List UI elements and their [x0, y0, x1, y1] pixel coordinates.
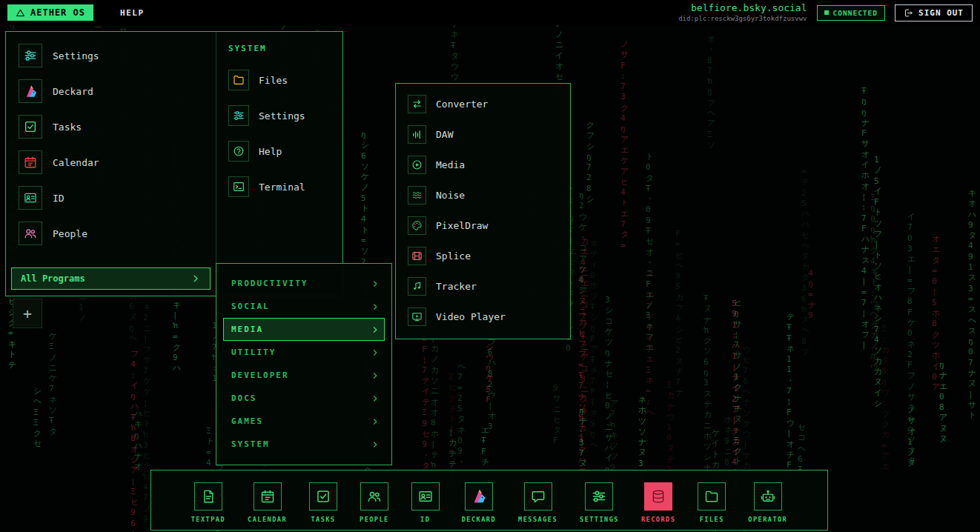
dock-item-textpad[interactable]: TEXTPAD	[191, 482, 225, 523]
start-item-id[interactable]: ID	[11, 180, 211, 216]
textpad-icon	[194, 482, 222, 511]
dock-item-messages[interactable]: MESSAGES	[518, 482, 557, 523]
category-games[interactable]: GAMES	[223, 410, 385, 433]
robot-icon	[754, 482, 782, 511]
start-item-deckard[interactable]: Deckard	[11, 73, 211, 109]
topbar: AETHER OS HELP belfiore.bsky.social did:…	[0, 0, 980, 25]
start-menu-system-column: SYSTEM Files Settings Help Terminal	[216, 32, 342, 296]
connection-label: CONNECTED	[833, 9, 878, 17]
media-item-splice[interactable]: Splice	[396, 241, 570, 271]
desktop-add-button[interactable]: +	[13, 299, 42, 328]
calendar-icon	[19, 150, 42, 174]
os-logo-label: AETHER OS	[30, 7, 85, 18]
start-item-calendar[interactable]: Calendar	[11, 144, 211, 180]
sign-out-icon	[904, 8, 913, 18]
start-item-people[interactable]: People	[11, 216, 211, 251]
dock-item-deckard[interactable]: DECKARD	[462, 482, 496, 523]
media-item-label: Splice	[436, 250, 471, 262]
media-item-video-player[interactable]: Video Player	[396, 302, 570, 332]
dock-item-tasks[interactable]: TASKS	[309, 482, 337, 523]
chevron-right-icon	[371, 348, 380, 357]
help-circle-icon	[228, 141, 249, 162]
start-item-label: ID	[53, 193, 64, 204]
chevron-right-icon	[371, 440, 380, 449]
video-icon	[408, 307, 426, 326]
people-icon	[19, 222, 42, 245]
media-item-label: Noise	[436, 190, 465, 201]
category-label: MEDIA	[231, 325, 263, 334]
check-square-icon	[19, 115, 42, 139]
media-item-converter[interactable]: Converter	[396, 89, 570, 119]
media-submenu-panel: Converter DAW Media Noise PixelDraw Spli…	[395, 83, 571, 339]
account-info[interactable]: belfiore.bsky.social did:plc:resckw3gs6y…	[678, 2, 807, 23]
dock-item-people[interactable]: PEOPLE	[360, 482, 389, 523]
sliders-icon	[228, 105, 249, 126]
media-item-media[interactable]: Media	[396, 150, 570, 180]
dock-item-id[interactable]: ID	[411, 482, 440, 523]
category-system[interactable]: SYSTEM	[223, 433, 385, 456]
os-logo-button[interactable]: AETHER OS	[7, 4, 93, 21]
dock-item-label: CALENDAR	[248, 516, 287, 523]
category-productivity[interactable]: PRODUCTIVITY	[223, 272, 385, 295]
palette-icon	[408, 216, 426, 235]
dock-item-operator[interactable]: OPERATOR	[748, 482, 787, 523]
media-item-label: DAW	[436, 129, 453, 140]
dock-item-label: OPERATOR	[748, 516, 787, 523]
connection-status-badge: CONNECTED	[817, 5, 885, 21]
dock-item-label: ID	[420, 516, 430, 523]
menu-item-help[interactable]: HELP	[114, 4, 150, 21]
people-icon	[360, 482, 388, 511]
play-circle-icon	[408, 156, 426, 174]
category-label: DOCS	[231, 393, 257, 403]
media-item-daw[interactable]: DAW	[396, 119, 570, 150]
start-menu-pinned-column: Settings Deckard Tasks Calendar ID Peopl…	[6, 32, 216, 296]
start-item-label: Calendar	[53, 157, 99, 168]
start-item-settings[interactable]: Settings	[11, 38, 211, 73]
system-item-files[interactable]: Files	[222, 62, 337, 98]
media-item-noise[interactable]: Noise	[396, 180, 570, 210]
system-item-label: Settings	[259, 110, 305, 122]
sign-out-button[interactable]: SIGN OUT	[895, 4, 973, 21]
category-label: DEVELOPER	[231, 370, 289, 380]
sign-out-label: SIGN OUT	[918, 8, 964, 18]
category-label: SOCIAL	[231, 302, 270, 311]
chevron-right-icon	[371, 279, 380, 288]
connection-dot-icon	[824, 10, 829, 15]
account-did: did:plc:resckw3gs6yr3tokdfzusvwv	[678, 15, 807, 23]
all-programs-item[interactable]: All Programs	[11, 267, 211, 290]
dock-item-label: SETTINGS	[580, 516, 619, 523]
media-item-tracker[interactable]: Tracker	[396, 271, 570, 302]
category-utility[interactable]: UTILITY	[223, 341, 385, 364]
dock-item-files[interactable]: FILES	[698, 482, 726, 523]
category-developer[interactable]: DEVELOPER	[223, 364, 385, 387]
system-item-help[interactable]: Help	[222, 133, 337, 169]
swap-arrows-icon	[408, 95, 426, 113]
help-label: HELP	[120, 8, 145, 18]
folder-icon	[228, 70, 249, 90]
system-item-settings[interactable]: Settings	[222, 98, 337, 133]
dock-item-records[interactable]: RECORDS	[641, 482, 675, 523]
topbar-right: belfiore.bsky.social did:plc:resckw3gs6y…	[678, 2, 973, 23]
dock-item-label: DECKARD	[462, 516, 496, 523]
media-item-pixeldraw[interactable]: PixelDraw	[396, 210, 570, 241]
start-item-tasks[interactable]: Tasks	[11, 109, 211, 144]
category-media[interactable]: MEDIA	[223, 318, 385, 341]
account-handle: belfiore.bsky.social	[678, 2, 807, 14]
film-icon	[408, 247, 426, 265]
database-icon	[644, 482, 672, 511]
chevron-right-icon	[191, 273, 201, 284]
unicorn-icon	[19, 79, 42, 103]
start-item-label: Tasks	[53, 122, 82, 133]
category-social[interactable]: SOCIAL	[223, 295, 385, 318]
category-docs[interactable]: DOCS	[223, 387, 385, 410]
dock-item-settings[interactable]: SETTINGS	[580, 482, 619, 523]
dock-item-calendar[interactable]: CALENDAR	[248, 482, 287, 523]
dock-item-label: PEOPLE	[360, 516, 389, 523]
waves-icon	[408, 186, 426, 205]
system-item-terminal[interactable]: Terminal	[222, 169, 337, 205]
media-item-label: Tracker	[436, 281, 477, 292]
sliders-icon	[585, 482, 613, 511]
dock-item-label: TASKS	[311, 516, 335, 523]
start-item-label: People	[53, 228, 87, 239]
chevron-right-icon	[371, 371, 380, 380]
